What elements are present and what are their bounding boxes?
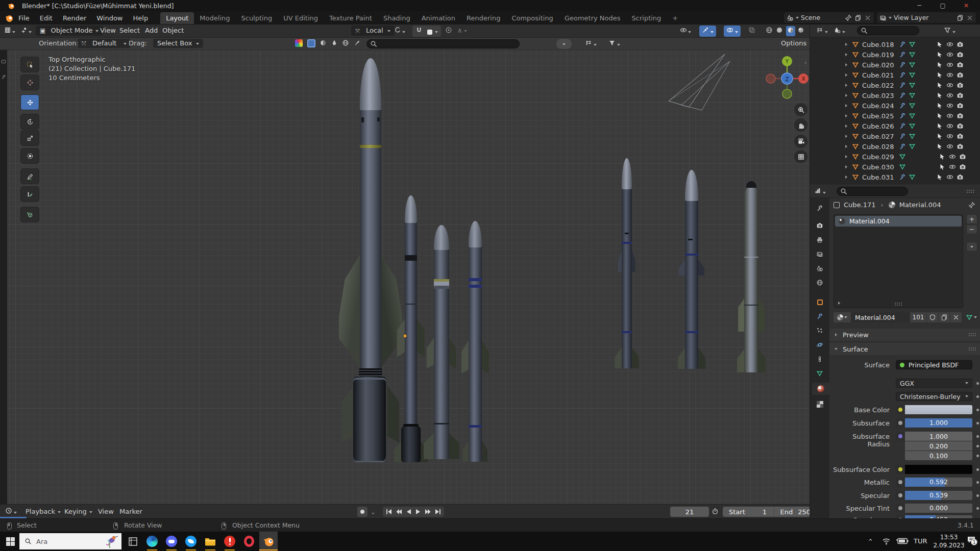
subsurface-method-keyframe-dot[interactable] [976,395,979,398]
tab-constraint-properties[interactable] [812,353,827,365]
distribution-keyframe-dot[interactable] [976,382,979,385]
expand-icon[interactable] [844,113,849,118]
radius-y-field[interactable]: 0.200 [905,441,972,450]
outliner-row[interactable]: Cube.021 [810,70,980,80]
jump-to-end-button[interactable] [433,507,443,517]
viewport-menu-select[interactable]: Select [119,27,140,34]
expand-icon[interactable] [844,93,849,98]
timeline-menu-view[interactable]: View [98,508,114,515]
material-nodes-dropdown[interactable] [966,314,977,321]
select-brush-toggle[interactable] [353,39,360,48]
hide-render-icon[interactable] [959,153,966,160]
outliner-row[interactable]: Cube.023 [810,90,980,101]
taskbar-clock[interactable]: 13:53 2.09.2023 [933,533,965,549]
outliner-row[interactable]: Cube.029 [810,152,980,162]
unlink-material-button[interactable] [950,312,962,322]
viewport-canvas[interactable]: Top Orthographic (21) Collection | Cube.… [0,50,810,504]
material-slot-item[interactable]: Material.004 [835,216,962,227]
preview-panel-header[interactable]: Preview [829,329,980,341]
radius-x-field[interactable]: 1.000 [905,432,972,441]
browse-material-button[interactable] [834,312,851,322]
timeline-editor-type-icon[interactable] [5,507,17,516]
expand-icon[interactable] [844,83,849,88]
alert-app-icon[interactable] [223,534,237,548]
tab-output-properties[interactable] [812,234,827,246]
discord-icon[interactable] [164,534,179,548]
timeline-menu-keying[interactable]: Keying [64,508,92,515]
tool-annotate[interactable] [20,168,39,184]
selectable-icon[interactable] [936,102,943,109]
file-explorer-icon[interactable] [203,534,217,548]
tool-transform[interactable] [20,148,39,164]
expand-icon[interactable] [844,72,849,78]
shading-rendered-button[interactable] [797,27,804,35]
tab-texture-paint[interactable]: Texture Paint [324,12,378,24]
expand-icon[interactable] [844,52,849,57]
tab-layout[interactable]: Layout [160,12,194,24]
hide-render-icon[interactable] [959,163,966,170]
material-slot-specials-button[interactable] [966,242,977,252]
selectable-icon[interactable] [939,163,946,170]
viewport-ortho-button[interactable] [794,150,807,163]
select-material-toggle[interactable] [320,39,327,48]
taskbar-search-box[interactable]: Ara [19,533,121,549]
outliner-row[interactable]: Cube.031 [810,172,980,182]
next-keyframe-button[interactable] [423,507,433,517]
collapsed-tool-icon[interactable] [1,74,6,80]
end-frame-value[interactable]: 250 [798,508,811,516]
tab-view-layer-properties[interactable] [812,248,827,260]
viewport-camera-button[interactable] [794,135,807,148]
collapsed-editor-icon[interactable] [1,59,6,64]
hide-viewport-icon[interactable] [946,133,953,140]
hide-render-icon[interactable] [957,71,964,79]
subsurface-keyframe-dot[interactable] [976,422,979,424]
base-color-keyframe-dot[interactable] [976,409,979,411]
tab-animation[interactable]: Animation [416,12,461,24]
specular-keyframe-dot[interactable] [976,494,979,497]
selectable-icon[interactable] [936,122,943,130]
drag-setting-dropdown[interactable]: Select Box [153,39,203,48]
expand-icon[interactable] [844,164,849,169]
viewport-menu-object[interactable]: Object [162,27,184,34]
new-scene-icon[interactable] [854,14,862,21]
tool-move[interactable] [20,94,39,110]
viewport-menu-add[interactable]: Add [145,27,158,34]
outliner-row[interactable]: Cube.026 [810,121,980,131]
selectable-icon[interactable] [936,133,943,140]
selectable-icon[interactable] [936,173,943,181]
hide-viewport-icon[interactable] [946,71,953,79]
subsurface-method-dropdown[interactable]: Christensen-Burley [896,392,972,401]
viewport-menu-view[interactable]: View [100,27,116,34]
tab-shading[interactable]: Shading [378,12,416,24]
radius-z-field[interactable]: 0.100 [905,451,972,460]
expand-icon[interactable] [844,123,849,129]
use-preview-range-icon[interactable] [712,508,719,516]
shading-solid-button[interactable] [776,27,783,35]
viewport-pan-button[interactable] [794,118,807,132]
start-button[interactable] [3,534,17,548]
outliner-row[interactable]: Cube.030 [810,162,980,172]
tab-material-properties[interactable] [812,383,829,395]
properties-editor-type-icon[interactable] [814,187,826,196]
outliner-row[interactable]: Cube.022 [810,80,980,90]
outliner-row[interactable]: Cube.025 [810,111,980,121]
menu-window[interactable]: Window [91,12,128,24]
twitter-icon[interactable] [184,534,198,548]
hide-viewport-icon[interactable] [946,61,953,68]
tool-cursor[interactable] [20,74,39,90]
tool-add-cube[interactable] [20,207,39,222]
current-frame-field[interactable]: 21 [670,507,709,517]
object-visibility-dropdown[interactable] [680,27,691,35]
delete-view-layer-icon[interactable] [966,14,973,21]
properties-pin-icon[interactable] [968,202,975,209]
metallic-keyframe-dot[interactable] [976,481,979,484]
expand-icon[interactable] [844,42,849,47]
properties-search-input[interactable] [837,187,908,196]
start-frame-value[interactable]: 1 [763,508,767,516]
transform-orientation-dropdown[interactable]: ⤧ Local [351,26,395,36]
hide-render-icon[interactable] [957,143,964,150]
hide-render-icon[interactable] [957,112,964,119]
specular-slider[interactable]: 0.539 [905,491,972,500]
selectable-icon[interactable] [936,51,943,58]
expand-icon[interactable] [844,103,849,108]
